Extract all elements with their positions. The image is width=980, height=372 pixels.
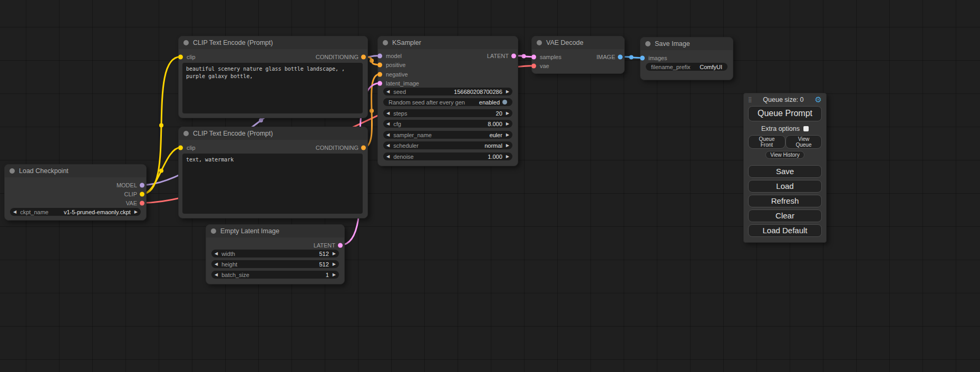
node-title-bar[interactable]: CLIP Text Encode (Prompt)	[179, 36, 367, 49]
prev-arrow-icon[interactable]: ◀	[215, 273, 218, 277]
input-port-model[interactable]	[377, 53, 382, 58]
next-arrow-icon[interactable]: ▶	[506, 122, 509, 126]
widget-sampler-name[interactable]: ◀ sampler_name euler ▶	[383, 131, 512, 139]
widget-denoise[interactable]: ◀ denoise 1.000 ▶	[383, 152, 512, 160]
output-port-latent[interactable]	[338, 243, 343, 247]
extra-options-row: Extra options	[748, 125, 822, 132]
next-arrow-icon[interactable]: ▶	[506, 144, 509, 148]
prev-arrow-icon[interactable]: ◀	[386, 144, 390, 148]
widget-ckpt-name[interactable]: ◀ ckpt_name v1-5-pruned-emaonly.ckpt ▶	[10, 208, 141, 216]
input-port-vae[interactable]	[531, 63, 536, 68]
input-slot-images: images	[641, 53, 733, 62]
output-port-clip[interactable]	[140, 192, 144, 196]
output-slot-model: MODEL	[5, 180, 146, 189]
extra-options-checkbox[interactable]	[803, 126, 809, 131]
prompt-textarea[interactable]: text, watermark	[182, 154, 363, 214]
prev-arrow-icon[interactable]: ◀	[386, 133, 390, 137]
widget-width[interactable]: ◀ width 512 ▶	[211, 250, 339, 257]
node-clip-text-encode-negative[interactable]: CLIP Text Encode (Prompt) clip CONDITION…	[178, 127, 368, 218]
input-port-clip[interactable]	[178, 54, 183, 59]
node-canvas[interactable]: Load Checkpoint MODEL CLIP VAE ◀ ckpt_na…	[0, 0, 980, 372]
view-queue-button[interactable]: View Queue	[785, 135, 822, 149]
collapse-dot[interactable]	[9, 168, 15, 174]
input-slot-latent-image: latent_image	[378, 79, 518, 88]
slot-row: samples IMAGE	[532, 52, 624, 61]
next-arrow-icon[interactable]: ▶	[506, 133, 509, 137]
load-default-button[interactable]: Load Default	[748, 224, 822, 237]
prev-arrow-icon[interactable]: ◀	[386, 111, 390, 116]
prev-arrow-icon[interactable]: ◀	[386, 155, 390, 159]
widget-cfg[interactable]: ◀ cfg 8.000 ▶	[383, 120, 512, 128]
node-load-checkpoint[interactable]: Load Checkpoint MODEL CLIP VAE ◀ ckpt_na…	[4, 164, 147, 221]
widget-random-seed-toggle[interactable]: Random seed after every gen enabled	[383, 98, 512, 106]
output-port-conditioning[interactable]	[361, 145, 366, 150]
node-title-bar[interactable]: CLIP Text Encode (Prompt)	[179, 127, 367, 140]
input-port-negative[interactable]	[377, 72, 382, 77]
prompt-textarea[interactable]: beautiful scenery nature glass bottle la…	[182, 63, 363, 113]
output-slot-vae: VAE	[5, 198, 146, 207]
output-port-image[interactable]	[618, 54, 623, 59]
slot-label-conditioning: CONDITIONING	[316, 54, 358, 60]
input-port-samples[interactable]	[531, 54, 536, 59]
node-title-bar[interactable]: KSampler	[378, 36, 518, 49]
widget-seed[interactable]: ◀ seed 156680208700286 ▶	[383, 88, 512, 96]
collapse-dot[interactable]	[183, 131, 189, 136]
widget-scheduler[interactable]: ◀ scheduler normal ▶	[383, 141, 512, 149]
next-arrow-icon[interactable]: ▶	[333, 273, 336, 277]
output-port-conditioning[interactable]	[361, 54, 366, 59]
node-empty-latent-image[interactable]: Empty Latent Image LATENT ◀ width 512 ▶ …	[206, 224, 345, 284]
queue-prompt-button[interactable]: Queue Prompt	[748, 106, 822, 121]
prev-arrow-icon[interactable]: ◀	[13, 210, 16, 214]
widget-label: cfg	[393, 121, 401, 127]
next-arrow-icon[interactable]: ▶	[506, 111, 509, 116]
prev-arrow-icon[interactable]: ◀	[386, 122, 390, 126]
drag-handle-icon[interactable]: ⣿	[748, 97, 752, 102]
node-title-bar[interactable]: Empty Latent Image	[206, 225, 344, 237]
history-row: View History	[748, 151, 822, 159]
node-title: CLIP Text Encode (Prompt)	[193, 130, 273, 137]
input-port-images[interactable]	[640, 55, 645, 60]
settings-gear-icon[interactable]: ⚙	[815, 96, 822, 103]
node-title-bar[interactable]: Save Image	[641, 37, 733, 50]
collapse-dot[interactable]	[537, 40, 542, 45]
prev-arrow-icon[interactable]: ◀	[215, 262, 218, 266]
output-port-vae[interactable]	[140, 201, 144, 205]
input-port-clip[interactable]	[178, 145, 183, 150]
output-port-model[interactable]	[140, 183, 144, 187]
widget-height[interactable]: ◀ height 512 ▶	[211, 260, 339, 268]
prev-arrow-icon[interactable]: ◀	[386, 90, 390, 94]
collapse-dot[interactable]	[645, 41, 651, 46]
widget-steps[interactable]: ◀ steps 20 ▶	[383, 109, 512, 117]
node-save-image[interactable]: Save Image images filename_prefix ComfyU…	[640, 37, 733, 80]
toggle-indicator[interactable]	[502, 100, 507, 104]
clear-button[interactable]: Clear	[748, 209, 822, 222]
node-clip-text-encode-positive[interactable]: CLIP Text Encode (Prompt) clip CONDITION…	[178, 36, 368, 118]
input-port-latent-image[interactable]	[377, 81, 382, 85]
next-arrow-icon[interactable]: ▶	[506, 90, 509, 94]
node-title: Load Checkpoint	[19, 167, 69, 175]
load-button[interactable]: Load	[748, 180, 822, 193]
save-button[interactable]: Save	[748, 165, 822, 178]
prev-arrow-icon[interactable]: ◀	[215, 252, 218, 256]
collapse-dot[interactable]	[383, 40, 388, 45]
next-arrow-icon[interactable]: ▶	[333, 252, 336, 256]
node-title-bar[interactable]: Load Checkpoint	[5, 165, 146, 177]
node-ksampler[interactable]: KSampler model LATENT positive negative …	[377, 36, 518, 166]
input-port-positive[interactable]	[377, 62, 382, 67]
view-history-button[interactable]: View History	[765, 151, 804, 159]
slot-label-conditioning: CONDITIONING	[316, 145, 358, 151]
refresh-button[interactable]: Refresh	[748, 195, 822, 207]
collapse-dot[interactable]	[183, 40, 189, 45]
collapse-dot[interactable]	[211, 228, 216, 234]
node-title-bar[interactable]: VAE Decode	[532, 36, 624, 49]
widget-batch-size[interactable]: ◀ batch_size 1 ▶	[211, 271, 339, 279]
next-arrow-icon[interactable]: ▶	[333, 262, 336, 266]
output-port-latent[interactable]	[511, 53, 516, 58]
next-arrow-icon[interactable]: ▶	[506, 155, 509, 159]
queue-front-button[interactable]: Queue Front	[748, 135, 785, 149]
next-arrow-icon[interactable]: ▶	[134, 210, 138, 214]
widget-filename-prefix[interactable]: filename_prefix ComfyUI	[646, 63, 727, 71]
queue-panel: ⣿ Queue size: 0 ⚙ Queue Prompt Extra opt…	[743, 93, 827, 243]
slot-row: model LATENT	[378, 51, 518, 60]
node-vae-decode[interactable]: VAE Decode samples IMAGE vae	[531, 36, 625, 74]
